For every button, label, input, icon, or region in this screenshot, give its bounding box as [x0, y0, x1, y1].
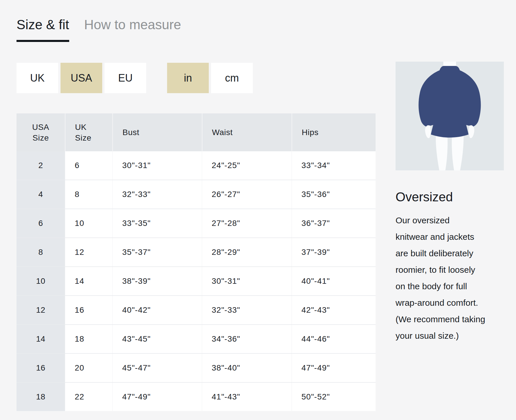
unit-option-in[interactable]: in [167, 63, 209, 93]
table-cell: 40"-41" [292, 267, 376, 295]
table-cell: 35"-36" [292, 180, 376, 209]
fit-style-heading: Oversized [396, 190, 453, 204]
column-header: Hips [292, 113, 376, 151]
table-cell: 4 [17, 180, 65, 209]
table-cell: 6 [17, 209, 65, 237]
table-cell: 47"-49" [292, 354, 376, 382]
table-cell: 38"-40" [202, 354, 292, 382]
table-cell: 14 [65, 267, 112, 295]
table-cell: 45"-47" [112, 354, 202, 382]
table-row: 141843"-45"34"-36"44"-46" [17, 325, 376, 354]
table-cell: 40"-42" [112, 296, 202, 324]
table-cell: 10 [17, 267, 65, 295]
table-row: 81235"-37"28"-29"37"-39" [17, 238, 376, 267]
region-toggle-group: UKUSAEU [17, 63, 149, 93]
table-cell: 42"-43" [292, 296, 376, 324]
table-row: 2630"-31"24"-25"33"-34" [17, 151, 376, 180]
table-cell: 12 [17, 296, 65, 324]
tab-how-to-measure[interactable]: How to measure [84, 17, 181, 32]
fit-style-description: Our oversized knitwear and jackets are b… [396, 212, 514, 344]
unit-toggle-group: incm [167, 63, 255, 93]
table-cell: 12 [65, 238, 112, 266]
table-cell: 32"-33" [112, 180, 202, 209]
unit-option-cm[interactable]: cm [211, 63, 253, 93]
table-cell: 16 [65, 296, 112, 324]
table-cell: 24"-25" [202, 151, 292, 180]
size-chart-table: USA SizeUK SizeBustWaistHips 2630"-31"24… [17, 113, 376, 411]
table-cell: 50"-52" [292, 383, 376, 411]
table-cell: 16 [17, 354, 65, 382]
table-row: 101438"-39"30"-31"40"-41" [17, 267, 376, 296]
table-cell: 37"-39" [292, 238, 376, 266]
table-cell: 20 [65, 354, 112, 382]
table-cell: 8 [65, 180, 112, 209]
table-cell: 34"-36" [202, 325, 292, 353]
table-cell: 2 [17, 151, 65, 180]
table-cell: 43"-45" [112, 325, 202, 353]
table-cell: 35"-37" [112, 238, 202, 266]
table-cell: 6 [65, 151, 112, 180]
table-cell: 41"-43" [202, 383, 292, 411]
oversized-sweater-illustration [396, 62, 504, 170]
size-fit-tabs: Size & fit How to measure [17, 17, 181, 42]
column-header: Bust [112, 113, 202, 151]
column-header: USA Size [17, 113, 65, 151]
table-cell: 32"-33" [202, 296, 292, 324]
oversized-figure-icon [396, 62, 504, 170]
table-cell: 22 [65, 383, 112, 411]
column-header: Waist [202, 113, 292, 151]
table-cell: 18 [65, 325, 112, 353]
table-cell: 28"-29" [202, 238, 292, 266]
table-row: 121640"-42"32"-33"42"-43" [17, 296, 376, 325]
table-row: 61033"-35"27"-28"36"-37" [17, 209, 376, 238]
table-cell: 36"-37" [292, 209, 376, 237]
table-cell: 14 [17, 325, 65, 353]
table-header-row: USA SizeUK SizeBustWaistHips [17, 113, 376, 151]
table-cell: 18 [17, 383, 65, 411]
region-option-uk[interactable]: UK [17, 63, 58, 93]
table-cell: 26"-27" [202, 180, 292, 209]
table-row: 162045"-47"38"-40"47"-49" [17, 354, 376, 383]
table-cell: 30"-31" [202, 267, 292, 295]
table-cell: 30"-31" [112, 151, 202, 180]
table-cell: 38"-39" [112, 267, 202, 295]
table-row: 4832"-33"26"-27"35"-36" [17, 180, 376, 209]
table-cell: 8 [17, 238, 65, 266]
table-cell: 33"-35" [112, 209, 202, 237]
table-cell: 33"-34" [292, 151, 376, 180]
table-cell: 27"-28" [202, 209, 292, 237]
region-option-usa[interactable]: USA [61, 63, 102, 93]
tab-size-and-fit[interactable]: Size & fit [17, 17, 69, 42]
region-option-eu[interactable]: EU [105, 63, 146, 93]
table-cell: 47"-49" [112, 383, 202, 411]
table-cell: 10 [65, 209, 112, 237]
column-header: UK Size [65, 113, 112, 151]
table-body: 2630"-31"24"-25"33"-34"4832"-33"26"-27"3… [17, 151, 376, 411]
table-row: 182247"-49"41"-43"50"-52" [17, 383, 376, 411]
table-cell: 44"-46" [292, 325, 376, 353]
